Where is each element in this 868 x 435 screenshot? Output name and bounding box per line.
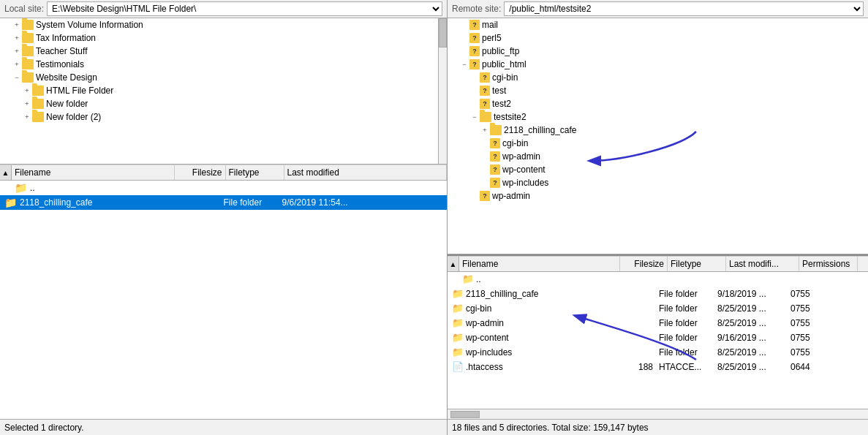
remote-col-filename-label: Filename (462, 259, 498, 269)
tree-item-test2[interactable]: test2 (448, 97, 868, 110)
remote-wpcontent-type: File folder (656, 330, 714, 344)
remote-tree[interactable]: mail perl5 public_ftp − public_html (448, 18, 868, 254)
tree-item-websitedesign[interactable]: − Website Design (0, 71, 447, 84)
tree-item-public-html[interactable]: − public_html (448, 58, 868, 71)
question-icon-mail (469, 20, 480, 30)
col-filesize[interactable]: Filesize (175, 165, 226, 180)
remote-parent-name: .. (476, 274, 481, 284)
remote-cgibin-type: File folder (656, 301, 714, 315)
remote-parent-type (656, 272, 714, 286)
expand-htmlfilefolder[interactable]: + (22, 87, 32, 94)
question-icon-wpadmin2-r (480, 191, 490, 201)
remote-wpincludes-perms: 0755 (788, 345, 846, 359)
remote-file-row-wpadmin[interactable]: 📁 wp-admin File folder 8/25/2019 ... 075… (448, 316, 868, 330)
tree-item-wpincludes-r[interactable]: wp-includes (448, 176, 868, 189)
remote-col-perms[interactable]: Permissions (799, 257, 858, 271)
folder-icon-cafe-r (490, 125, 502, 135)
label-testimonials: Testimonials (36, 59, 84, 69)
remote-cafe-type: File folder (656, 287, 714, 300)
remote-col-lastmod[interactable]: Last modifi... (726, 257, 799, 271)
remote-wpincludes-type: File folder (656, 345, 714, 359)
file-row-cafe[interactable]: 📁 2118_chilling_cafe File folder 9/6/201… (0, 195, 447, 210)
remote-cgibin-perms: 0755 (788, 301, 846, 315)
remote-col-perms-label: Permissions (802, 259, 850, 269)
expand-newfolder2[interactable]: + (22, 113, 32, 121)
question-icon-test2 (480, 99, 490, 109)
folder-icon-htmlfilefolder (32, 86, 44, 96)
tree-item-testsite2[interactable]: − testsite2 (448, 110, 868, 124)
remote-file-row-wpincludes[interactable]: 📁 wp-includes File folder 8/25/2019 ... … (448, 345, 868, 360)
question-icon-public-ftp (469, 46, 480, 56)
remote-wpcontent-perms: 0755 (788, 330, 846, 344)
tree-item-wpadmin2-r[interactable]: wp-admin (448, 189, 868, 203)
local-status-text: Selected 1 directory. (4, 423, 84, 433)
folder-icon-svi (22, 20, 34, 30)
tree-item-perl5[interactable]: perl5 (448, 31, 868, 45)
question-icon-perl5 (469, 33, 480, 43)
tree-item-cafe-r[interactable]: + 2118_chilling_cafe (448, 124, 868, 137)
folder-icon-testimonials (22, 59, 34, 69)
tree-item-wpcontent-r[interactable]: wp-content (448, 163, 868, 176)
col-filetype-label: Filetype (229, 167, 260, 178)
local-site-header: Local site: E:\Website Design\HTML File … (0, 0, 447, 18)
label-public-ftp: public_ftp (482, 46, 519, 56)
remote-parent-perms (788, 272, 846, 286)
tree-item-newfolder[interactable]: + New folder (0, 97, 447, 110)
col-filename[interactable]: Filename (12, 165, 175, 180)
remote-file-row-htaccess[interactable]: 📄 .htaccess 188 HTACCE... 8/25/2019 ... … (448, 360, 868, 374)
col-filetype[interactable]: Filetype (226, 165, 284, 180)
tree-item-svi[interactable]: + System Volume Information (0, 18, 447, 31)
tree-item-test[interactable]: test (448, 84, 868, 97)
tree-item-testimonials[interactable]: + Testimonials (0, 58, 447, 71)
tree-item-cgibin2-r[interactable]: cgi-bin (448, 137, 868, 150)
cafe-size (170, 195, 221, 209)
tree-item-teacher[interactable]: + Teacher Stuff (0, 45, 447, 58)
expand-testimonials[interactable]: + (12, 61, 22, 68)
tree-item-public-ftp[interactable]: public_ftp (448, 45, 868, 58)
question-icon-public-html (469, 59, 480, 69)
remote-site-path[interactable]: /public_html/testsite2 (504, 1, 864, 16)
local-col-headers: ▲ Filename Filesize Filetype Last modifi… (0, 164, 447, 181)
expand-testsite2[interactable]: − (469, 113, 480, 121)
remote-parent-mod (714, 272, 788, 286)
remote-col-filetype[interactable]: Filetype (668, 257, 726, 271)
remote-site-header: Remote site: /public_html/testsite2 (448, 0, 868, 18)
question-icon-cgibin-r (480, 72, 490, 83)
tree-item-cgibin-r[interactable]: cgi-bin (448, 71, 868, 84)
col-lastmodified[interactable]: Last modified (284, 165, 448, 180)
tree-item-wpadmin-r[interactable]: wp-admin (448, 150, 868, 163)
sort-btn[interactable]: ▲ (0, 165, 12, 180)
expand-teacher[interactable]: + (12, 48, 22, 55)
tree-item-mail[interactable]: mail (448, 18, 868, 31)
expand-websitedesign[interactable]: − (12, 74, 22, 81)
remote-file-row-cgibin[interactable]: 📁 cgi-bin File folder 8/25/2019 ... 0755 (448, 301, 868, 316)
local-file-list[interactable]: 📁 .. 📁 2118_chilling_cafe File folder 9/… (0, 181, 447, 419)
file-row-parent[interactable]: 📁 .. (0, 181, 447, 195)
label-public-html: public_html (482, 59, 527, 69)
expand-public-html[interactable]: − (459, 61, 469, 68)
tree-item-tax[interactable]: + Tax Information (0, 31, 447, 45)
remote-col-filesize[interactable]: Filesize (620, 257, 668, 271)
remote-file-row-parent[interactable]: 📁 .. (448, 272, 868, 287)
remote-status-bar: 18 files and 5 directories. Total size: … (448, 419, 868, 435)
expand-newfolder[interactable]: + (22, 100, 32, 107)
folder-icon-tax (22, 33, 34, 43)
expand-tax[interactable]: + (12, 34, 22, 42)
tree-item-htmlfilefolder[interactable]: + HTML File Folder (0, 84, 447, 97)
remote-file-list[interactable]: 📁 .. 📁 2118_chilling_cafe File folder (448, 272, 868, 419)
h-scrollbar[interactable] (448, 409, 868, 419)
local-tree[interactable]: + System Volume Information + Tax Inform… (0, 18, 447, 164)
remote-sort-btn[interactable]: ▲ (448, 257, 459, 271)
remote-file-row-cafe[interactable]: 📁 2118_chilling_cafe File folder 9/18/20… (448, 287, 868, 301)
remote-htaccess-perms: 0644 (788, 360, 846, 374)
tree-item-newfolder2[interactable]: + New folder (2) (0, 110, 447, 124)
label-wpcontent-r: wp-content (502, 164, 546, 175)
remote-col-lastmod-label: Last modifi... (729, 259, 779, 269)
expand-cafe-r[interactable]: + (480, 126, 490, 134)
remote-col-filename[interactable]: Filename (459, 257, 620, 271)
local-site-path[interactable]: E:\Website Design\HTML File Folder\ (47, 1, 442, 16)
expand-svi[interactable]: + (12, 21, 22, 29)
remote-wpadmin-size (608, 316, 656, 330)
question-icon-wpincludes-r (490, 178, 500, 188)
remote-file-row-wpcontent[interactable]: 📁 wp-content File folder 9/16/2019 ... 0… (448, 330, 868, 345)
